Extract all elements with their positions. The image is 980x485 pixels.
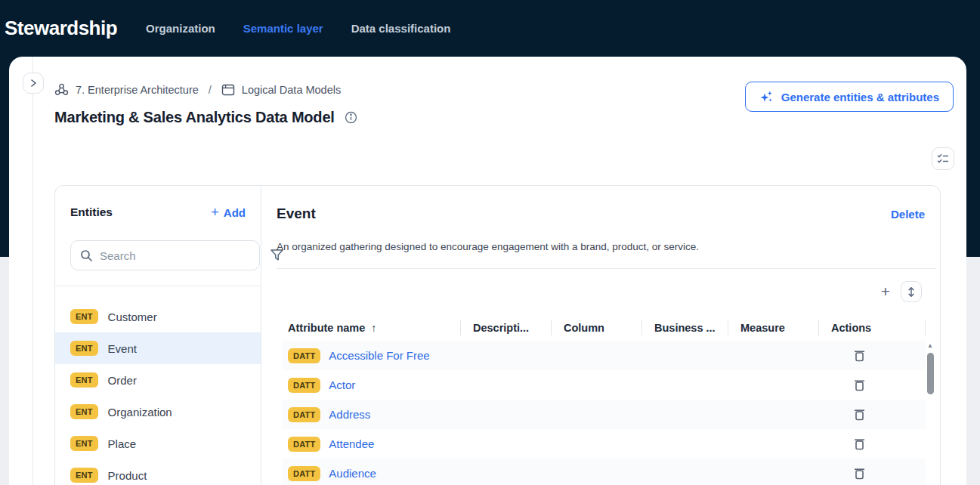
column-header-column[interactable]: Column (551, 320, 641, 335)
attributes-table: Attribute name ↑ Descripti... Column Bus… (283, 315, 926, 485)
attribute-link[interactable]: Attendee (329, 437, 374, 450)
generate-entities-label: Generate entities & attributes (781, 91, 939, 103)
breadcrumb: 7. Enterprise Architecture / Logical Dat… (54, 83, 341, 96)
attribute-row: DATT Address (283, 400, 926, 429)
generate-entities-button[interactable]: Generate entities & attributes (745, 82, 954, 112)
entity-detail-panel: Event Delete An organized gathering desi… (261, 186, 940, 485)
sort-asc-icon: ↑ (371, 320, 376, 335)
attribute-type-badge: DATT (288, 437, 320, 452)
model-workspace: Entities + Add (54, 185, 941, 485)
add-attribute-icon[interactable]: + (881, 284, 890, 299)
entity-name: Organization (108, 406, 172, 419)
entity-row-organization[interactable]: ENT Organization (55, 396, 261, 428)
entity-type-badge: ENT (70, 372, 98, 388)
entity-description: An organized gathering designed to encou… (277, 240, 925, 254)
entity-search-input[interactable] (100, 249, 250, 262)
delete-entity-button[interactable]: Delete (891, 208, 925, 221)
entity-type-badge: ENT (70, 404, 98, 419)
search-icon (80, 249, 93, 262)
entity-detail-title: Event (277, 205, 316, 222)
column-header-description[interactable]: Descripti... (460, 320, 551, 335)
attribute-link[interactable]: Address (329, 408, 370, 421)
nav-tab-organization[interactable]: Organization (146, 22, 215, 35)
top-navigation-bar: Stewardship Organization Semantic layer … (0, 0, 980, 57)
breadcrumb-item-domain[interactable]: 7. Enterprise Architecture (76, 84, 199, 96)
column-header-business-term[interactable]: Business ... (641, 320, 728, 335)
attributes-table-header: Attribute name ↑ Descripti... Column Bus… (283, 315, 926, 341)
attribute-link[interactable]: Actor (329, 378, 355, 391)
entity-name: Customer (108, 310, 157, 323)
column-header-measure[interactable]: Measure (728, 320, 818, 335)
attribute-type-badge: DATT (288, 378, 320, 393)
sparkles-icon (759, 90, 774, 104)
attribute-type-badge: DATT (288, 466, 320, 481)
entity-type-badge: ENT (70, 436, 98, 451)
entity-row-order[interactable]: ENT Order (55, 364, 261, 396)
main-content-card: 7. Enterprise Architecture / Logical Dat… (9, 57, 966, 485)
entity-type-badge: ENT (70, 309, 98, 324)
entity-type-badge: ENT (70, 468, 98, 483)
attribute-row: DATT Audience (283, 459, 926, 485)
entities-panel: Entities + Add (55, 186, 261, 485)
sidebar-collapse-button[interactable] (23, 73, 44, 94)
entities-panel-title: Entities (70, 205, 113, 219)
breadcrumb-item-collection[interactable]: Logical Data Models (242, 84, 341, 96)
main-nav: Organization Semantic layer Data classif… (146, 22, 450, 35)
entity-name: Event (108, 342, 137, 355)
nav-tab-semantic-layer[interactable]: Semantic layer (243, 22, 323, 35)
scrollbar-thumb[interactable] (927, 353, 934, 394)
entity-row-event[interactable]: ENT Event (55, 332, 261, 364)
entity-name: Place (108, 437, 137, 450)
chevron-right-icon (30, 79, 37, 88)
attribute-type-badge: DATT (288, 348, 320, 363)
add-entity-button[interactable]: + Add (211, 206, 246, 219)
attributes-table-rows: DATT Accessible For Free DATT Actor (283, 341, 926, 485)
breadcrumb-separator: / (209, 84, 212, 96)
entity-name: Order (108, 374, 137, 387)
entity-name: Product (108, 469, 147, 482)
page-title-row: Marketing & Sales Analytics Data Model (54, 109, 357, 126)
delete-attribute-icon[interactable] (854, 349, 865, 362)
domain-hierarchy-icon (54, 83, 69, 96)
scroll-up-icon[interactable]: ▲ (927, 342, 933, 350)
entity-row-place[interactable]: ENT Place (55, 428, 261, 459)
page-title: Marketing & Sales Analytics Data Model (54, 109, 335, 126)
attribute-row: DATT Attendee (283, 429, 926, 459)
delete-attribute-icon[interactable] (854, 437, 865, 450)
attribute-row: DATT Accessible For Free (283, 341, 926, 370)
attribute-link[interactable]: Accessible For Free (329, 349, 429, 362)
checklist-icon (937, 153, 949, 164)
entity-type-badge: ENT (70, 341, 98, 356)
data-model-icon (221, 84, 235, 96)
delete-attribute-icon[interactable] (854, 467, 865, 480)
table-scrollbar[interactable]: ▲ (926, 341, 935, 485)
entity-row-customer[interactable]: ENT Customer (55, 301, 261, 332)
attribute-link[interactable]: Audience (329, 467, 376, 480)
app-title: Stewardship (5, 17, 117, 40)
entities-list: ENT Customer ENT Event ENT Order ENT Org… (55, 286, 261, 485)
delete-attribute-icon[interactable] (854, 378, 865, 391)
entity-search-box[interactable] (70, 240, 260, 270)
info-icon[interactable] (345, 111, 357, 124)
checklist-view-button[interactable] (932, 147, 954, 170)
row-height-button[interactable] (901, 281, 922, 302)
entity-row-product[interactable]: ENT Product (55, 459, 261, 485)
column-header-actions: Actions (818, 320, 926, 335)
arrows-vertical-icon (907, 286, 915, 298)
plus-icon: + (211, 207, 219, 218)
attribute-type-badge: DATT (288, 407, 320, 422)
nav-tab-data-classification[interactable]: Data classification (351, 22, 451, 35)
add-entity-label: Add (224, 206, 246, 219)
attribute-row: DATT Actor (283, 370, 926, 400)
column-header-attribute-name[interactable]: Attribute name ↑ (283, 320, 460, 335)
delete-attribute-icon[interactable] (854, 408, 865, 421)
